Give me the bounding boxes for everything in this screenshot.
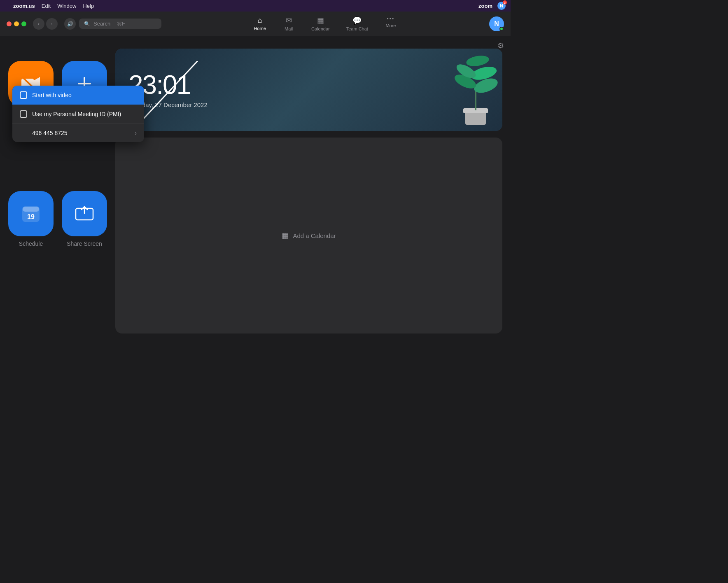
add-calendar-button[interactable]: ▦ Add a Calendar: [282, 231, 336, 240]
pmi-number: 496 445 8725: [32, 130, 68, 136]
speaker-button[interactable]: 🔊: [64, 18, 76, 30]
nav-calendar[interactable]: ▦ Calendar: [303, 14, 338, 33]
left-panel: New Meeting ▾ Join Start with video: [8, 44, 107, 333]
macos-menubar: zoom.us Edit Window Help zoom N 3: [0, 0, 511, 12]
calendar-section: ▦ Add a Calendar: [115, 138, 502, 333]
calendar-label: Calendar: [311, 26, 330, 31]
schedule-button[interactable]: 19: [8, 191, 54, 236]
more-icon: •••: [387, 16, 395, 22]
close-button[interactable]: [7, 21, 12, 26]
traffic-lights: [7, 21, 26, 26]
search-shortcut: ⌘F: [117, 21, 125, 27]
start-with-video-option[interactable]: Start with video: [12, 86, 144, 105]
menu-bar-items: Edit Window Help: [42, 3, 94, 9]
share-screen-label: Share Screen: [67, 240, 102, 247]
start-with-video-label: Start with video: [32, 92, 72, 98]
forward-button[interactable]: ›: [46, 18, 58, 30]
toolbar: ‹ › 🔊 🔍 Search ⌘F ⌂ Home ✉ Mail ▦ Calend…: [0, 12, 511, 36]
action-buttons-row2: 19 Schedule Share Screen: [8, 191, 107, 247]
svg-point-19: [465, 54, 490, 68]
mail-icon: ✉: [286, 16, 292, 25]
schedule-label: Schedule: [19, 240, 43, 247]
help-menu[interactable]: Help: [83, 3, 94, 9]
avatar-letter: N: [494, 20, 499, 28]
pmi-chevron-icon: ›: [135, 130, 137, 136]
add-calendar-label: Add a Calendar: [293, 232, 336, 239]
share-screen-icon: [74, 203, 95, 224]
user-avatar[interactable]: N: [489, 16, 504, 31]
clock-widget: 23:01 Tuesday, 27 December 2022: [115, 49, 502, 131]
svg-text:19: 19: [27, 213, 35, 220]
schedule-container: 19 Schedule: [8, 191, 54, 247]
menubar-avatar[interactable]: N 3: [497, 2, 506, 10]
dropdown-menu: Start with video Use my Personal Meeting…: [12, 86, 144, 142]
home-label: Home: [254, 26, 266, 31]
window-menu[interactable]: Window: [57, 3, 76, 9]
use-pmi-option[interactable]: Use my Personal Meeting ID (PMI): [12, 105, 144, 124]
menubar-avatar-letter: N: [500, 3, 503, 8]
search-icon: 🔍: [84, 21, 90, 27]
add-calendar-icon: ▦: [282, 231, 289, 240]
svg-rect-8: [23, 207, 39, 212]
back-button[interactable]: ‹: [33, 18, 44, 30]
toolbar-nav: ⌂ Home ✉ Mail ▦ Calendar 💬 Team Chat •••…: [165, 14, 486, 33]
minimize-button[interactable]: [14, 21, 19, 26]
nav-home[interactable]: ⌂ Home: [245, 14, 274, 33]
notification-badge: 3: [503, 0, 507, 5]
nav-teamchat[interactable]: 💬 Team Chat: [338, 14, 376, 33]
search-label: Search: [93, 21, 110, 27]
calendar-icon-btn: 19: [21, 203, 41, 224]
start-video-checkbox[interactable]: [20, 91, 27, 99]
main-content: ⚙ New Meeting ▾: [0, 36, 511, 342]
pmi-checkbox[interactable]: [20, 110, 27, 118]
teamchat-icon: 💬: [352, 16, 362, 25]
home-icon: ⌂: [258, 16, 262, 25]
right-panel: 23:01 Tuesday, 27 December 2022 ▦ Add a …: [115, 44, 502, 333]
zoom-logo-menubar: zoom: [478, 3, 492, 9]
plant-decoration: [449, 53, 502, 131]
share-screen-container: Share Screen: [62, 191, 107, 247]
search-bar[interactable]: 🔍 Search ⌘F: [79, 19, 161, 29]
use-pmi-label: Use my Personal Meeting ID (PMI): [32, 111, 121, 117]
pmi-number-left: 496 445 8725: [20, 130, 68, 136]
edit-menu[interactable]: Edit: [42, 3, 51, 9]
calendar-icon: ▦: [317, 16, 324, 25]
app-name[interactable]: zoom.us: [13, 3, 35, 9]
pmi-number-row[interactable]: 496 445 8725 ›: [12, 124, 144, 142]
more-label: More: [385, 23, 396, 28]
nav-buttons: ‹ ›: [33, 18, 58, 30]
online-status-dot: [499, 27, 504, 31]
teamchat-label: Team Chat: [346, 26, 368, 31]
nav-more[interactable]: ••• More: [376, 14, 405, 33]
menu-bar-right: zoom N 3: [478, 2, 506, 10]
mail-label: Mail: [285, 26, 293, 31]
nav-mail[interactable]: ✉ Mail: [274, 14, 303, 33]
share-screen-button[interactable]: [62, 191, 107, 236]
fullscreen-button[interactable]: [21, 21, 26, 26]
